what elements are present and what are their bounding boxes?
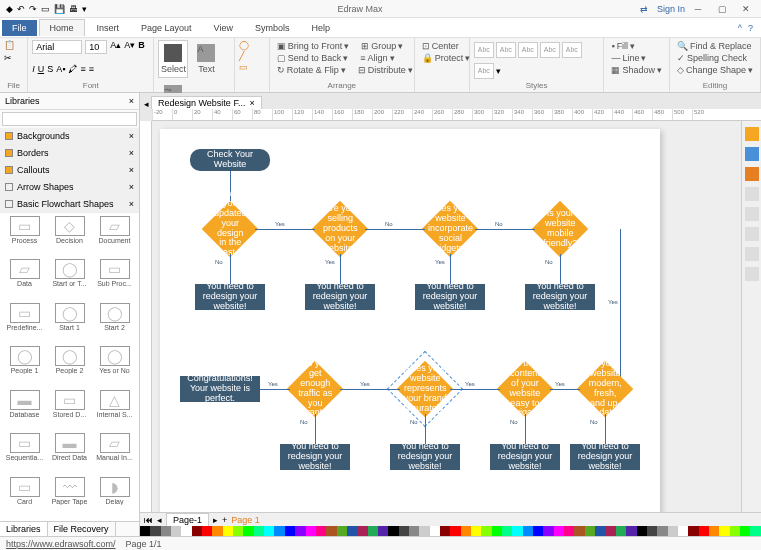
shape-people-2[interactable]: ◯People 2 bbox=[48, 346, 91, 387]
shape-manual-in-[interactable]: ▱Manual In... bbox=[93, 433, 136, 474]
panel-icon-6[interactable] bbox=[745, 227, 759, 241]
tab-page-layout[interactable]: Page Layout bbox=[131, 20, 202, 36]
find-replace[interactable]: 🔍 Find & Replace bbox=[674, 40, 755, 52]
library-search[interactable] bbox=[2, 112, 137, 126]
spell-check[interactable]: ✓ Spelling Check bbox=[674, 52, 750, 64]
text-tool[interactable]: AText bbox=[191, 40, 221, 78]
shape-yes-or-no[interactable]: ◯Yes or No bbox=[93, 346, 136, 387]
align-left-icon[interactable]: ≡ bbox=[80, 64, 85, 74]
tab-file[interactable]: File bbox=[2, 20, 37, 36]
style-4[interactable]: Abc bbox=[540, 42, 560, 58]
page[interactable]: Check Your Website Have you updated your… bbox=[160, 129, 660, 512]
group-btn[interactable]: ⊞ Group ▾ bbox=[358, 40, 406, 52]
fill-btn[interactable]: ▪ Fill ▾ bbox=[608, 40, 638, 52]
send-back[interactable]: ▢ Send to Back ▾ bbox=[274, 52, 352, 64]
underline-icon[interactable]: U bbox=[38, 64, 45, 74]
close-icon[interactable]: ✕ bbox=[735, 4, 757, 14]
page-prev-icon[interactable]: ◂ bbox=[157, 515, 162, 525]
node-d3[interactable]: Does your website incorporate social wid… bbox=[422, 201, 479, 258]
align-center-icon[interactable]: ≡ bbox=[89, 64, 94, 74]
share-icon[interactable]: ⇄ bbox=[633, 4, 655, 14]
shape-predefine-[interactable]: ▭Predefine... bbox=[3, 303, 46, 344]
paste-icon[interactable]: 📋 bbox=[4, 40, 15, 50]
rotate-btn[interactable]: ↻ Rotate & Flip ▾ bbox=[274, 64, 349, 76]
decrease-font-icon[interactable]: A▾ bbox=[124, 40, 135, 50]
protect-btn[interactable]: 🔒 Protect ▾ bbox=[419, 52, 474, 64]
shape-start-2[interactable]: ◯Start 2 bbox=[93, 303, 136, 344]
shape-sequentia-[interactable]: ▭Sequentia... bbox=[3, 433, 46, 474]
lib-callouts[interactable]: Callouts× bbox=[0, 162, 139, 179]
print-icon[interactable]: 🖶 bbox=[69, 4, 78, 14]
collapse-ribbon-icon[interactable]: ^ bbox=[738, 23, 742, 33]
shape-card[interactable]: ▭Card bbox=[3, 477, 46, 518]
shape-paper-tape[interactable]: 〰Paper Tape bbox=[48, 477, 91, 518]
libraries-close-icon[interactable]: × bbox=[129, 96, 134, 106]
shape-people-1[interactable]: ◯People 1 bbox=[3, 346, 46, 387]
increase-font-icon[interactable]: A▴ bbox=[110, 40, 121, 50]
tab-symbols[interactable]: Symbols bbox=[245, 20, 300, 36]
shape-start-1[interactable]: ◯Start 1 bbox=[48, 303, 91, 344]
italic-icon[interactable]: I bbox=[32, 64, 35, 74]
shape-data[interactable]: ▱Data bbox=[3, 259, 46, 300]
color-icon[interactable]: A▪ bbox=[56, 64, 65, 74]
distribute-btn[interactable]: ⊟ Distribute ▾ bbox=[355, 64, 416, 76]
cut-icon[interactable]: ✂ bbox=[4, 53, 12, 63]
undo-icon[interactable]: ↶ bbox=[17, 4, 25, 14]
panel-icon-2[interactable] bbox=[745, 147, 759, 161]
node-d6[interactable]: Does your website represents your brand … bbox=[397, 361, 454, 418]
maximize-icon[interactable]: ▢ bbox=[711, 4, 733, 14]
node-r2[interactable]: You need to redesign your website! bbox=[305, 284, 375, 310]
font-name[interactable] bbox=[32, 40, 82, 54]
tab-home[interactable]: Home bbox=[39, 19, 85, 36]
shape-line-icon[interactable]: ╱ bbox=[239, 51, 244, 61]
style-1[interactable]: Abc bbox=[474, 42, 494, 58]
help-icon[interactable]: ? bbox=[748, 23, 753, 33]
canvas[interactable]: Check Your Website Have you updated your… bbox=[152, 121, 741, 512]
page-next-icon[interactable]: ▸ bbox=[213, 515, 218, 525]
shape-decision[interactable]: ◇Decision bbox=[48, 216, 91, 257]
page-tab[interactable]: Page-1 bbox=[166, 513, 209, 527]
page-first-icon[interactable]: ⏮ bbox=[144, 515, 153, 525]
node-r7[interactable]: You need to redesign your website! bbox=[490, 444, 560, 470]
node-d7[interactable]: Is the content of your website easy to n… bbox=[497, 361, 554, 418]
panel-icon-3[interactable] bbox=[745, 167, 759, 181]
node-r8[interactable]: You need to redesign your website! bbox=[570, 444, 640, 470]
tab-insert[interactable]: Insert bbox=[87, 20, 130, 36]
node-r1[interactable]: You need to redesign your website! bbox=[195, 284, 265, 310]
lib-arrow[interactable]: Arrow Shapes× bbox=[0, 179, 139, 196]
node-r6[interactable]: You need to redesign your website! bbox=[390, 444, 460, 470]
tab-close-icon[interactable]: × bbox=[249, 98, 254, 108]
node-d1[interactable]: Have you updated your design in the past… bbox=[202, 201, 259, 258]
styles-more-icon[interactable]: ▾ bbox=[496, 66, 501, 76]
page-add-icon[interactable]: + bbox=[222, 515, 227, 525]
tab-help[interactable]: Help bbox=[301, 20, 340, 36]
node-d8[interactable]: Is your website modern, fresh, and up-to… bbox=[577, 361, 634, 418]
node-d2[interactable]: Are you selling products on your website… bbox=[312, 201, 369, 258]
node-r5[interactable]: You need to redesign your website! bbox=[280, 444, 350, 470]
bring-front[interactable]: ▣ Bring to Front ▾ bbox=[274, 40, 353, 52]
tab-prev-icon[interactable]: ◂ bbox=[144, 99, 149, 109]
shape-direct-data[interactable]: ▬Direct Data bbox=[48, 433, 91, 474]
panel-icon-5[interactable] bbox=[745, 207, 759, 221]
panel-icon-1[interactable] bbox=[745, 127, 759, 141]
color-strip[interactable] bbox=[140, 526, 761, 536]
shape-database[interactable]: ▬Database bbox=[3, 390, 46, 431]
node-perfect[interactable]: Congratulations! Your website is perfect… bbox=[180, 376, 260, 402]
select-tool[interactable]: ⬉Select bbox=[158, 40, 188, 78]
shape-start-or-t-[interactable]: ◯Start or T... bbox=[48, 259, 91, 300]
lib-backgrounds[interactable]: Backgrounds× bbox=[0, 128, 139, 145]
node-r4[interactable]: You need to redesign your website! bbox=[525, 284, 595, 310]
redo-icon[interactable]: ↷ bbox=[29, 4, 37, 14]
shape-delay[interactable]: ◗Delay bbox=[93, 477, 136, 518]
align-btn[interactable]: ≡ Align ▾ bbox=[357, 52, 397, 64]
panel-icon-7[interactable] bbox=[745, 247, 759, 261]
document-tab[interactable]: Redesign Website F...× bbox=[151, 96, 262, 109]
bold-icon[interactable]: B bbox=[138, 40, 145, 50]
shape-sub-proc-[interactable]: ▭Sub Proc... bbox=[93, 259, 136, 300]
shape-stored-d-[interactable]: ▭Stored D... bbox=[48, 390, 91, 431]
lib-borders[interactable]: Borders× bbox=[0, 145, 139, 162]
minimize-icon[interactable]: ─ bbox=[687, 4, 709, 14]
font-size[interactable] bbox=[85, 40, 107, 54]
new-icon[interactable]: ▭ bbox=[41, 4, 50, 14]
panel-icon-8[interactable] bbox=[745, 267, 759, 281]
